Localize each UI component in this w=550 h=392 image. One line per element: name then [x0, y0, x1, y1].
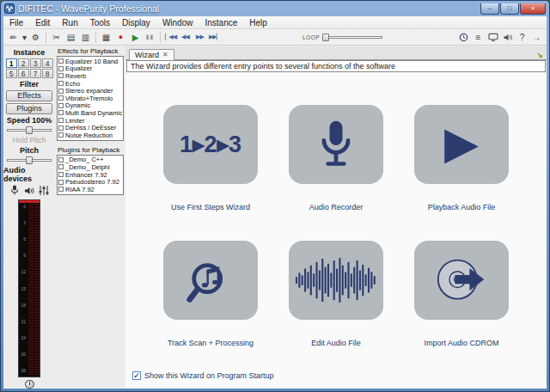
tab-overflow-icon[interactable]: ↘ — [536, 51, 543, 59]
app-logo-icon — [4, 3, 15, 14]
main-area: Wizard ✕ ↘ The Wizard provides different… — [125, 46, 547, 389]
menu-run[interactable]: Run — [56, 16, 83, 29]
display-monitor-icon[interactable] — [486, 30, 500, 44]
plugin-item[interactable]: Enhancer 7.92 — [58, 171, 122, 179]
plugins-button[interactable]: Plugins — [6, 103, 52, 114]
instance-1[interactable]: 1 — [6, 58, 17, 68]
record-button[interactable]: ● — [113, 30, 128, 44]
speaker-device-icon[interactable] — [23, 185, 35, 197]
exit-arrow-icon[interactable]: → — [529, 30, 544, 44]
cut-scissors-icon[interactable]: ✂ — [49, 30, 64, 44]
checkbox[interactable] — [58, 157, 64, 162]
plugin-item[interactable]: _Demo_ Delphi — [58, 163, 122, 171]
help-button[interactable]: ? — [515, 30, 529, 44]
instance-3[interactable]: 3 — [30, 58, 41, 68]
effect-item[interactable]: Echo — [58, 80, 122, 88]
speed-slider-thumb[interactable] — [26, 126, 33, 134]
edit-pencil-icon[interactable]: ✏ — [6, 30, 21, 44]
plugin-item[interactable]: RIAA 7.92 — [58, 186, 122, 193]
checkbox[interactable] — [58, 110, 64, 115]
tab-wizard[interactable]: Wizard ✕ — [129, 49, 174, 60]
effect-item[interactable]: Noise Reduction — [58, 132, 122, 139]
checkbox[interactable] — [58, 132, 64, 138]
effects-button[interactable]: Effects — [6, 90, 52, 101]
startup-checkbox-row[interactable]: ✓ Show this Wizard on Program Startup — [132, 371, 274, 380]
menu-file[interactable]: File — [3, 16, 29, 29]
effect-item[interactable]: DeHiss / DeEsser — [58, 124, 122, 132]
instance-5[interactable]: 5 — [6, 69, 17, 78]
tile-import-audio-cdrom[interactable] — [414, 241, 509, 320]
loop-slider[interactable] — [322, 34, 382, 41]
mixer-sliders-icon[interactable] — [38, 185, 50, 197]
checkbox[interactable] — [58, 89, 64, 94]
maximize-button[interactable]: □ — [500, 3, 519, 15]
play-button[interactable]: ▶ — [128, 30, 143, 44]
instance-7[interactable]: 7 — [30, 69, 41, 78]
tile-playback-audio-file[interactable]: ▶ — [414, 105, 509, 184]
speed-slider[interactable] — [7, 126, 52, 133]
effect-item[interactable]: Dynamic — [58, 102, 122, 110]
tile-edit-audio-file[interactable] — [289, 241, 383, 320]
instance-2[interactable]: 2 — [18, 58, 29, 68]
menu-tools[interactable]: Tools — [84, 16, 116, 29]
startup-checkbox[interactable]: ✓ — [132, 371, 141, 380]
effect-item[interactable]: Reverb — [58, 72, 122, 80]
skip-start-button[interactable]: ▏◀◀ — [163, 30, 178, 44]
checkbox[interactable] — [58, 103, 64, 108]
effect-item[interactable]: Equalizer — [58, 65, 122, 73]
title-bar[interactable]: DIFITEC - WavePurity Professional – □ × — [1, 1, 549, 16]
menu-instance[interactable]: Instance — [199, 16, 243, 29]
checkbox[interactable] — [58, 187, 64, 192]
pause-button[interactable]: ▮▮ — [143, 30, 157, 44]
minimize-button[interactable]: – — [480, 3, 499, 15]
plugins-panel-title: Plugins for Playback — [58, 146, 125, 154]
filter-panels: Effects for Playback Equalizer 10 Band E… — [55, 46, 125, 389]
file-list-icon[interactable]: ▤ — [64, 30, 78, 44]
checkbox[interactable] — [58, 73, 64, 78]
instance-6[interactable]: 6 — [18, 69, 29, 78]
skip-end-button[interactable]: ▶▶▏ — [207, 30, 222, 44]
checkbox[interactable] — [58, 118, 64, 123]
microphone-device-icon[interactable] — [9, 185, 21, 197]
volume-knob[interactable] — [25, 380, 34, 389]
plugin-item[interactable]: Pseudostereo 7.92 — [58, 178, 122, 186]
tile-audio-recorder[interactable] — [289, 105, 383, 184]
tile-track-scan[interactable] — [163, 241, 258, 320]
pitch-slider-thumb[interactable] — [26, 156, 33, 164]
timer-clock-icon[interactable] — [456, 30, 471, 44]
checkbox[interactable] — [58, 66, 64, 71]
loop-slider-thumb[interactable] — [322, 34, 329, 41]
effect-item[interactable]: Vibrato+Tremolo — [58, 95, 122, 102]
effect-item[interactable]: Equalizer 10 Band — [58, 58, 122, 65]
fast-forward-button[interactable]: ▶▶ — [192, 30, 207, 44]
checkbox[interactable] — [58, 58, 64, 64]
menu-help[interactable]: Help — [243, 16, 273, 29]
settings-gear-icon[interactable]: ⚙ — [28, 30, 43, 44]
effect-item[interactable]: Stereo expander — [58, 87, 122, 95]
menu-display[interactable]: Display — [116, 16, 156, 29]
close-button[interactable]: × — [520, 3, 546, 15]
menu-edit[interactable]: Edit — [29, 16, 56, 29]
checkbox[interactable] — [58, 164, 64, 169]
level-meter-icon[interactable]: ▦ — [99, 30, 113, 44]
tile-first-steps-wizard[interactable]: 1▸2▸3 — [163, 105, 258, 184]
tab-close-icon[interactable]: ✕ — [162, 52, 168, 58]
checkbox[interactable] — [58, 172, 64, 177]
checkbox[interactable] — [58, 180, 64, 185]
checkbox[interactable] — [58, 95, 64, 101]
dropdown-arrow-icon[interactable]: ▾ — [21, 30, 28, 44]
rewind-button[interactable]: ◀◀ — [178, 30, 192, 44]
instance-4[interactable]: 4 — [42, 58, 53, 68]
effect-item[interactable]: Limiter — [58, 117, 122, 125]
checkbox[interactable] — [58, 126, 64, 131]
menu-window[interactable]: Window — [156, 16, 199, 29]
checkbox[interactable] — [58, 81, 64, 86]
file-grid-icon[interactable]: ▥ — [78, 30, 93, 44]
effect-item[interactable]: Multi Band Dynamic — [58, 109, 122, 117]
pitch-slider[interactable] — [7, 156, 52, 163]
speaker-icon[interactable] — [500, 30, 515, 44]
instance-8[interactable]: 8 — [42, 69, 53, 78]
window-title: DIFITEC - WavePurity Professional — [18, 3, 159, 14]
plugin-item[interactable]: _Demo_ C++ — [58, 156, 122, 164]
track-list-icon[interactable]: ≡ — [471, 30, 486, 44]
